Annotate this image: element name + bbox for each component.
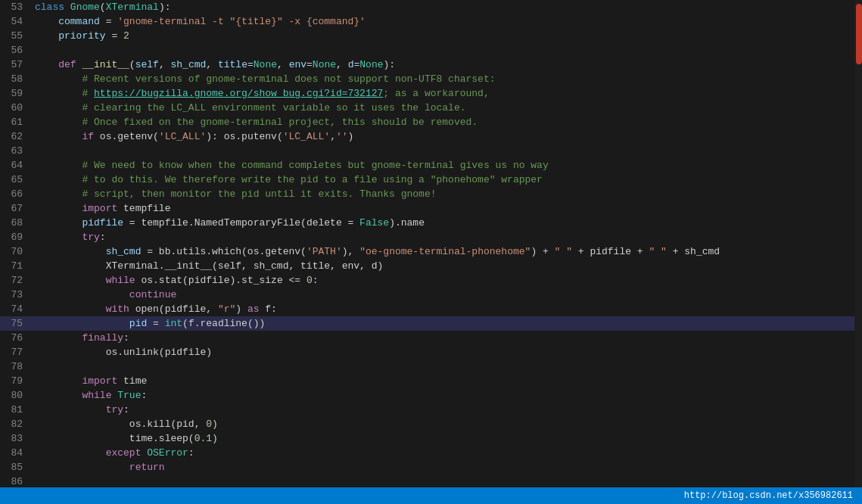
line-content: finally: bbox=[32, 331, 862, 345]
scrollbar-thumb[interactable] bbox=[856, 4, 862, 64]
line-content: # https://bugzilla.gnome.org/show_bug.cg… bbox=[32, 86, 862, 101]
line-number: 58 bbox=[0, 72, 32, 86]
line-content bbox=[32, 43, 862, 58]
line-number: 82 bbox=[0, 417, 32, 431]
table-row: 75 pid = int(f.readline()) bbox=[0, 316, 862, 331]
table-row: 85 return bbox=[0, 460, 862, 474]
line-number: 75 bbox=[0, 316, 32, 331]
line-number: 70 bbox=[0, 244, 32, 259]
table-row: 60 # clearing the LC_ALL environment var… bbox=[0, 101, 862, 115]
table-row: 78 bbox=[0, 359, 862, 374]
line-number: 86 bbox=[0, 474, 32, 487]
line-number: 85 bbox=[0, 460, 32, 474]
line-number: 66 bbox=[0, 187, 32, 201]
table-row: 59 # https://bugzilla.gnome.org/show_bug… bbox=[0, 86, 862, 101]
line-content: priority = 2 bbox=[32, 29, 862, 43]
line-content: pidfile = tempfile.NamedTemporaryFile(de… bbox=[32, 216, 862, 230]
line-content: # Once fixed on the gnome-terminal proje… bbox=[32, 115, 862, 129]
status-url: http://blog.csdn.net/x356982611 bbox=[684, 490, 853, 501]
line-number: 55 bbox=[0, 29, 32, 43]
line-number: 83 bbox=[0, 431, 32, 446]
table-row: 55 priority = 2 bbox=[0, 29, 862, 43]
line-number: 76 bbox=[0, 331, 32, 345]
line-content: import tempfile bbox=[32, 201, 862, 216]
line-content: while os.stat(pidfile).st_size <= 0: bbox=[32, 273, 862, 288]
table-row: 54 command = 'gnome-terminal -t "{title}… bbox=[0, 14, 862, 29]
line-number: 74 bbox=[0, 302, 32, 316]
table-row: 74 with open(pidfile, "r") as f: bbox=[0, 302, 862, 316]
line-number: 59 bbox=[0, 86, 32, 101]
code-table: 53 class Gnome(XTerminal): 54 command = … bbox=[0, 0, 862, 487]
table-row: 72 while os.stat(pidfile).st_size <= 0: bbox=[0, 273, 862, 288]
line-content: # Recent versions of gnome-terminal does… bbox=[32, 72, 862, 86]
scrollbar[interactable] bbox=[854, 0, 862, 487]
line-content: # script, then monitor the pid until it … bbox=[32, 187, 862, 201]
table-row: 57 def __init__(self, sh_cmd, title=None… bbox=[0, 58, 862, 72]
table-row: 63 bbox=[0, 144, 862, 158]
table-row: 62 if os.getenv('LC_ALL'): os.putenv('LC… bbox=[0, 129, 862, 144]
line-content: XTerminal.__init__(self, sh_cmd, title, … bbox=[32, 259, 862, 273]
table-row: 66 # script, then monitor the pid until … bbox=[0, 187, 862, 201]
table-row: 68 pidfile = tempfile.NamedTemporaryFile… bbox=[0, 216, 862, 230]
status-bar: http://blog.csdn.net/x356982611 bbox=[0, 487, 862, 504]
line-number: 69 bbox=[0, 230, 32, 244]
line-content: sh_cmd = bb.utils.which(os.getenv('PATH'… bbox=[32, 244, 862, 259]
line-number: 78 bbox=[0, 359, 32, 374]
line-number: 64 bbox=[0, 158, 32, 173]
table-row: 84 except OSError: bbox=[0, 446, 862, 460]
table-row: 76 finally: bbox=[0, 331, 862, 345]
table-row: 82 os.kill(pid, 0) bbox=[0, 417, 862, 431]
table-row: 58 # Recent versions of gnome-terminal d… bbox=[0, 72, 862, 86]
line-content: try: bbox=[32, 230, 862, 244]
line-content: # We need to know when the command compl… bbox=[32, 158, 862, 173]
table-row: 77 os.unlink(pidfile) bbox=[0, 345, 862, 359]
table-row: 70 sh_cmd = bb.utils.which(os.getenv('PA… bbox=[0, 244, 862, 259]
line-number: 53 bbox=[0, 0, 32, 14]
line-content: import time bbox=[32, 374, 862, 388]
table-row: 61 # Once fixed on the gnome-terminal pr… bbox=[0, 115, 862, 129]
line-number: 65 bbox=[0, 173, 32, 187]
line-content: with open(pidfile, "r") as f: bbox=[32, 302, 862, 316]
line-number: 62 bbox=[0, 129, 32, 144]
line-number: 68 bbox=[0, 216, 32, 230]
line-number: 71 bbox=[0, 259, 32, 273]
line-number: 60 bbox=[0, 101, 32, 115]
line-content: while True: bbox=[32, 388, 862, 403]
line-content: def __init__(self, sh_cmd, title=None, e… bbox=[32, 58, 862, 72]
line-content bbox=[32, 144, 862, 158]
table-row: 65 # to do this. We therefore write the … bbox=[0, 173, 862, 187]
line-number: 84 bbox=[0, 446, 32, 460]
line-content: pid = int(f.readline()) bbox=[32, 316, 862, 331]
line-content bbox=[32, 474, 862, 487]
table-row: 80 while True: bbox=[0, 388, 862, 403]
line-number: 79 bbox=[0, 374, 32, 388]
table-row: 79 import time bbox=[0, 374, 862, 388]
table-row: 71 XTerminal.__init__(self, sh_cmd, titl… bbox=[0, 259, 862, 273]
table-row: 83 time.sleep(0.1) bbox=[0, 431, 862, 446]
line-content: return bbox=[32, 460, 862, 474]
line-number: 54 bbox=[0, 14, 32, 29]
line-number: 73 bbox=[0, 288, 32, 302]
line-content: os.unlink(pidfile) bbox=[32, 345, 862, 359]
line-content: time.sleep(0.1) bbox=[32, 431, 862, 446]
table-row: 86 bbox=[0, 474, 862, 487]
table-row: 64 # We need to know when the command co… bbox=[0, 158, 862, 173]
line-content: except OSError: bbox=[32, 446, 862, 460]
table-row: 81 try: bbox=[0, 403, 862, 417]
line-content: os.kill(pid, 0) bbox=[32, 417, 862, 431]
line-content: continue bbox=[32, 288, 862, 302]
line-number: 80 bbox=[0, 388, 32, 403]
line-number: 72 bbox=[0, 273, 32, 288]
line-number: 57 bbox=[0, 58, 32, 72]
line-number: 61 bbox=[0, 115, 32, 129]
line-content bbox=[32, 359, 862, 374]
line-content: # clearing the LC_ALL environment variab… bbox=[32, 101, 862, 115]
line-content: try: bbox=[32, 403, 862, 417]
table-row: 73 continue bbox=[0, 288, 862, 302]
code-editor: 53 class Gnome(XTerminal): 54 command = … bbox=[0, 0, 862, 487]
line-number: 56 bbox=[0, 43, 32, 58]
table-row: 56 bbox=[0, 43, 862, 58]
line-content: # to do this. We therefore write the pid… bbox=[32, 173, 862, 187]
table-row: 67 import tempfile bbox=[0, 201, 862, 216]
line-number: 81 bbox=[0, 403, 32, 417]
